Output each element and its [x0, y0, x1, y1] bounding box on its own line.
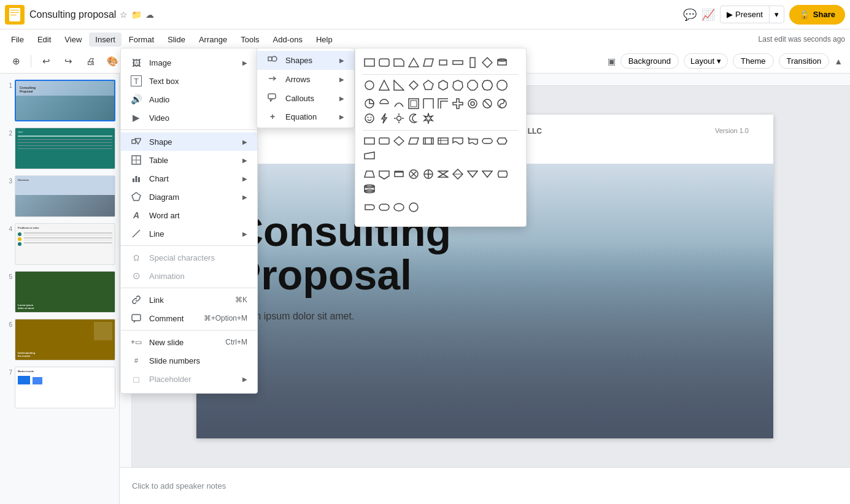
insert-wordart[interactable]: A Word art: [121, 206, 257, 224]
paint-format-button[interactable]: 🎨: [104, 53, 121, 70]
slide-img-1[interactable]: ConsultingProposal: [15, 80, 115, 121]
insert-table[interactable]: Table: [121, 151, 257, 169]
flow-multi-document[interactable]: [466, 134, 479, 148]
document-title[interactable]: Consulting proposal: [29, 9, 116, 20]
layout-dropdown[interactable]: Layout ▾: [684, 53, 728, 69]
flow-extract[interactable]: [466, 167, 479, 181]
shape-circle[interactable]: [363, 78, 376, 92]
shape-small-rect[interactable]: [436, 56, 450, 69]
app-icon[interactable]: [5, 5, 25, 25]
shape-plus[interactable]: [451, 97, 465, 110]
flow-collate[interactable]: [436, 167, 450, 181]
shape-parallelogram[interactable]: [422, 56, 435, 69]
flow-summing-junction[interactable]: [407, 167, 420, 181]
insert-chart[interactable]: Chart: [121, 169, 257, 188]
insert-diagram[interactable]: Diagram: [121, 188, 257, 206]
menu-arrange[interactable]: Arrange: [193, 32, 233, 47]
shape-decagon[interactable]: [481, 78, 494, 92]
slide-thumb-1[interactable]: 1 ConsultingProposal: [2, 78, 117, 123]
shape-rhombus[interactable]: [407, 78, 420, 92]
shape-moon[interactable]: [407, 112, 420, 125]
shape-arc[interactable]: [392, 97, 406, 110]
menu-tools[interactable]: Tools: [234, 32, 265, 47]
flow-circle[interactable]: [407, 200, 420, 214]
shape-pentagon[interactable]: [422, 78, 435, 92]
menu-format[interactable]: Format: [123, 32, 160, 47]
slide-thumb-7[interactable]: 7 Market trends: [2, 365, 117, 410]
shape-yin-yang[interactable]: [495, 97, 509, 110]
insert-textbox[interactable]: T Text box: [121, 72, 257, 90]
shape-12gon[interactable]: [495, 78, 509, 92]
insert-animation[interactable]: ⊙ Animation: [121, 267, 257, 285]
menu-view[interactable]: View: [58, 32, 88, 47]
flow-manual-op[interactable]: [363, 167, 376, 181]
flow-manual-input[interactable]: [363, 149, 376, 162]
insert-link[interactable]: Link ⌘K: [121, 291, 257, 309]
present-button[interactable]: ▶ Present: [721, 6, 769, 23]
transition-button[interactable]: Transition: [779, 53, 830, 69]
shape-chord[interactable]: [377, 97, 391, 110]
slide-thumb-3[interactable]: 3 Overview: [2, 174, 117, 218]
menu-file[interactable]: File: [5, 32, 30, 47]
folder-icon[interactable]: 📁: [131, 10, 142, 20]
collapse-toolbar-icon[interactable]: ▲: [834, 56, 843, 66]
shape-wide-rect[interactable]: [451, 56, 465, 69]
presenter-view-icon[interactable]: ▣: [608, 56, 616, 66]
insert-placeholder[interactable]: □ Placeholder: [121, 370, 257, 388]
flow-database[interactable]: [363, 182, 376, 196]
undo-button[interactable]: ↩: [37, 53, 55, 70]
flow-process[interactable]: [363, 134, 376, 148]
slide-thumb-2[interactable]: 2 TOC: [2, 126, 117, 170]
flow-rounded-rect-2[interactable]: [377, 200, 391, 214]
insert-image-icon[interactable]: ⊕: [7, 53, 25, 70]
shape-heptagon[interactable]: [451, 78, 465, 92]
speaker-notes[interactable]: Click to add speaker notes: [120, 467, 850, 504]
shape-snip-rect[interactable]: [392, 56, 406, 69]
shape-sub-shapes[interactable]: Shapes: [257, 51, 354, 70]
insert-line[interactable]: Line: [121, 224, 257, 243]
slide-thumb-4[interactable]: 4 Problems to solve: [2, 222, 117, 266]
flow-document[interactable]: [451, 134, 465, 148]
shape-smiley[interactable]: [363, 112, 376, 125]
flow-terminator[interactable]: [481, 134, 494, 148]
flow-initial-fill[interactable]: [392, 167, 406, 181]
insert-video[interactable]: ▶ Video: [121, 109, 257, 127]
insert-shape[interactable]: Shape: [121, 132, 257, 151]
insert-comment[interactable]: Comment ⌘+Option+M: [121, 309, 257, 327]
slide-img-7[interactable]: Market trends: [15, 367, 115, 408]
shape-right-triangle[interactable]: [392, 78, 406, 92]
flow-preparation[interactable]: [495, 134, 509, 148]
flow-data[interactable]: [407, 134, 420, 148]
redo-button[interactable]: ↪: [60, 53, 77, 70]
flow-internal-storage[interactable]: [436, 134, 450, 148]
insert-image[interactable]: 🖼 Image: [121, 53, 257, 72]
menu-addons[interactable]: Add-ons: [267, 32, 309, 47]
present-dropdown-arrow[interactable]: ▾: [769, 6, 784, 23]
shape-octagon[interactable]: [466, 78, 479, 92]
insert-slide-numbers[interactable]: # Slide numbers: [121, 351, 257, 370]
flow-predefined-process[interactable]: [422, 134, 435, 148]
flow-delay[interactable]: [363, 200, 376, 214]
flow-off-page-conn[interactable]: [377, 167, 391, 181]
flow-or[interactable]: [422, 167, 435, 181]
insert-special-chars[interactable]: Ω Special characters: [121, 248, 257, 267]
shape-rectangle[interactable]: [363, 56, 376, 69]
insert-audio[interactable]: 🔊 Audio: [121, 90, 257, 109]
menu-edit[interactable]: Edit: [31, 32, 57, 47]
slide-thumb-5[interactable]: 5 Lorem ipsumdolor sit amet: [2, 270, 117, 314]
shape-donut[interactable]: [466, 97, 479, 110]
explore-icon[interactable]: 📈: [701, 8, 715, 21]
menu-slide[interactable]: Slide: [161, 32, 191, 47]
shape-half-frame[interactable]: [422, 97, 435, 110]
shape-diamond[interactable]: [481, 56, 494, 69]
shape-no-symbol[interactable]: [481, 97, 494, 110]
shape-sub-callouts[interactable]: Callouts: [257, 89, 354, 108]
theme-button[interactable]: Theme: [733, 53, 773, 69]
background-button[interactable]: Background: [620, 53, 679, 69]
menu-help[interactable]: Help: [310, 32, 339, 47]
comments-icon[interactable]: 💬: [683, 8, 697, 21]
speaker-notes-placeholder[interactable]: Click to add speaker notes: [132, 481, 226, 491]
shape-iso-triangle[interactable]: [377, 78, 391, 92]
shape-sub-equation[interactable]: + Equation: [257, 108, 354, 125]
star-icon[interactable]: ☆: [120, 10, 128, 20]
